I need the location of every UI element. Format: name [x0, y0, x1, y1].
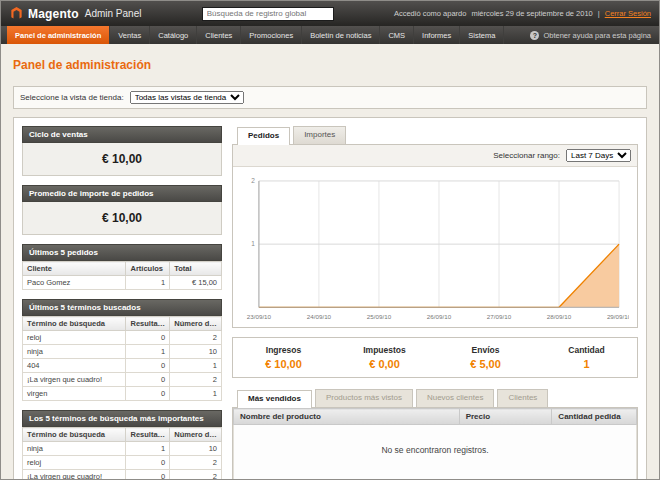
stat-value: 1	[536, 358, 637, 370]
table-cell: ninja	[23, 345, 126, 359]
dashboard-container: Ciclo de ventas € 10,00 Promedio de impo…	[13, 117, 647, 479]
content-area: Panel de administración Seleccione la vi…	[1, 44, 659, 479]
nav-item-catalogo[interactable]: Catálogo	[150, 26, 197, 44]
products-table: Nombre del productoPrecioCantidad pedida	[233, 408, 637, 425]
table-cell: Paco Gomez	[23, 276, 126, 290]
table-row[interactable]: 40401	[23, 359, 222, 373]
table-row[interactable]: Paco Gomez1€ 15,00	[23, 276, 222, 290]
table-cell: reloj	[23, 456, 126, 470]
lifetime-sales-title: Ciclo de ventas	[22, 126, 222, 143]
tab-importes[interactable]: Importes	[293, 126, 346, 144]
tab-productos-mas-vistos[interactable]: Productos más vistos	[315, 389, 413, 407]
nav-item-panel-de-administracion[interactable]: Panel de administración	[7, 26, 110, 44]
column-header: Precio	[459, 409, 552, 425]
nav-item-informes[interactable]: Informes	[414, 26, 460, 44]
table-cell: 10	[170, 442, 222, 456]
stat-ingresos: Ingresos€ 10,00	[233, 345, 334, 370]
table-cell: 0	[126, 387, 170, 401]
top-search-terms-table: Los 5 términos de búsqueda más important…	[22, 410, 222, 479]
table-cell: 1	[126, 276, 170, 290]
logout-link[interactable]: Cerrar Sesión	[605, 9, 651, 18]
range-label: Seleccionar rango:	[493, 151, 560, 160]
nav-item-boletin-de-noticias[interactable]: Boletín de noticias	[302, 26, 380, 44]
store-view-select[interactable]: Todas las vistas de tienda	[130, 91, 244, 104]
session-date: miércoles 29 de septiembre de 2010	[471, 9, 592, 18]
table-cell: 1	[126, 442, 170, 456]
range-bar: Seleccionar rango: Last 7 Days	[233, 145, 637, 167]
table-cell: reloj	[23, 331, 126, 345]
nav-item-clientes[interactable]: Clientes	[197, 26, 241, 44]
svg-text:27/09/10: 27/09/10	[487, 313, 512, 320]
last-orders-table: Últimos 5 pedidosClienteArtículosTotalPa…	[22, 244, 222, 290]
table-row[interactable]: virgen01	[23, 387, 222, 401]
products-panel: Nombre del productoPrecioCantidad pedida…	[232, 407, 638, 479]
column-header: Número de usos	[170, 428, 222, 442]
chart-panel: Seleccionar rango: Last 7 Days 1223/09/1…	[232, 144, 638, 328]
svg-text:2: 2	[251, 177, 255, 184]
orders-chart: 1223/09/1024/09/1025/09/1026/09/1027/09/…	[233, 167, 637, 327]
column-header: Resultados	[126, 428, 170, 442]
mini-table: ClienteArtículosTotalPaco Gomez1€ 15,00	[22, 261, 222, 290]
stat-value: € 0,00	[334, 358, 435, 370]
nav-item-cms[interactable]: CMS	[380, 26, 414, 44]
svg-text:25/09/10: 25/09/10	[367, 313, 392, 320]
logged-in-text: Accedió como apardo	[394, 9, 467, 18]
nav-item-ventas[interactable]: Ventas	[110, 26, 150, 44]
global-search	[149, 7, 385, 21]
table-cell: 1	[170, 359, 222, 373]
column-header: Nombre del producto	[234, 409, 460, 425]
column-header: Término de búsqueda	[23, 317, 126, 331]
average-orders-card: Promedio de importe de pedidos € 10,00	[22, 185, 222, 235]
column-header: Término de búsqueda	[23, 428, 126, 442]
mini-table: Término de búsquedaResultadosNúmero de u…	[22, 427, 222, 479]
table-cell: 0	[126, 373, 170, 387]
stat-label: Impuestos	[334, 345, 435, 355]
nav-item-promociones[interactable]: Promociones	[241, 26, 302, 44]
range-select[interactable]: Last 7 Days	[566, 149, 631, 162]
table-row[interactable]: ninja110	[23, 442, 222, 456]
top-header: Magento Admin Panel Accedió como apardo …	[1, 1, 659, 26]
global-search-input[interactable]	[202, 7, 334, 21]
help-link[interactable]: ? Obtener ayuda para esta página	[522, 26, 659, 44]
table-row[interactable]: reloj02	[23, 331, 222, 345]
stat-label: Ingresos	[233, 345, 334, 355]
stat-cantidad: Cantidad1	[536, 345, 637, 370]
table-cell: 2	[170, 470, 222, 480]
table-row[interactable]: ninja110	[23, 345, 222, 359]
store-view-selector: Seleccione la vista de tienda: Todas las…	[13, 86, 647, 109]
svg-text:29/09/10: 29/09/10	[607, 313, 629, 320]
table-cell: ninja	[23, 442, 126, 456]
orders-chart-svg: 1223/09/1024/09/1025/09/1026/09/1027/09/…	[241, 173, 629, 324]
table-cell: 0	[126, 359, 170, 373]
main-nav-items: Panel de administraciónVentasCatálogoCli…	[7, 26, 504, 44]
table-title: Últimos 5 términos buscados	[22, 299, 222, 316]
logo-text: Magento	[28, 7, 79, 21]
table-row[interactable]: reloj02	[23, 456, 222, 470]
tab-clientes[interactable]: Clientes	[497, 389, 548, 407]
table-cell: 1	[126, 345, 170, 359]
column-header: Cantidad pedida	[552, 409, 637, 425]
tab-nuevos-clientes[interactable]: Nuevos clientes	[416, 389, 494, 407]
logo-subtext: Admin Panel	[85, 8, 142, 19]
main-nav: Panel de administraciónVentasCatálogoCli…	[1, 26, 659, 44]
right-column: PedidosImportes Seleccionar rango: Last …	[232, 126, 638, 479]
left-column: Ciclo de ventas € 10,00 Promedio de impo…	[22, 126, 222, 479]
table-row[interactable]: ¡La virgen que cuadro!02	[23, 470, 222, 480]
tab-pedidos[interactable]: Pedidos	[237, 127, 290, 145]
average-orders-value: € 10,00	[22, 202, 222, 235]
table-cell: ¡La virgen que cuadro!	[23, 373, 126, 387]
table-cell: 0	[126, 470, 170, 480]
tab-mas-vendidos[interactable]: Más vendidos	[237, 390, 312, 408]
table-cell: virgen	[23, 387, 126, 401]
nav-item-sistema[interactable]: Sistema	[460, 26, 504, 44]
average-orders-title: Promedio de importe de pedidos	[22, 185, 222, 202]
table-cell: 10	[170, 345, 222, 359]
stat-value: € 5,00	[435, 358, 536, 370]
table-row[interactable]: ¡La virgen que cuadro!02	[23, 373, 222, 387]
magento-logo: Magento Admin Panel	[9, 6, 141, 21]
column-header: Artículos	[126, 262, 170, 276]
stat-label: Cantidad	[536, 345, 637, 355]
mini-table: Término de búsquedaResultadosNúmero de u…	[22, 316, 222, 401]
table-cell: ¡La virgen que cuadro!	[23, 470, 126, 480]
table-cell: 2	[170, 373, 222, 387]
